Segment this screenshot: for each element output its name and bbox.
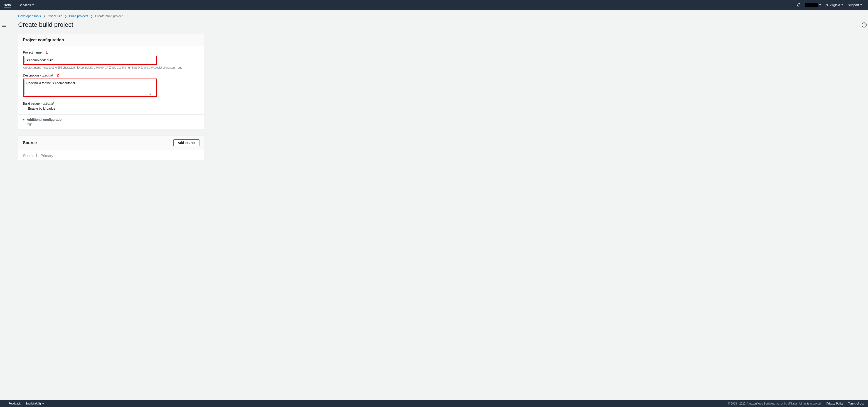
support-menu[interactable]: Support — [845, 3, 864, 7]
panel-header: Source Add source — [19, 136, 204, 150]
panel-title: Source — [23, 140, 37, 145]
source-panel: Source Add source Source 1 - Primary — [18, 135, 204, 160]
notifications-button[interactable] — [795, 3, 803, 7]
main-scroll-area[interactable]: Developer Tools ❯ CodeBuild ❯ Build proj… — [9, 10, 861, 400]
description-textarea[interactable]: CodeBuild for the S3 demo tutorial — [24, 80, 151, 95]
description-label: Description - optional — [23, 73, 53, 77]
chevron-right-icon: ❯ — [91, 14, 93, 18]
chevron-right-icon: ❯ — [65, 14, 67, 18]
caret-down-icon — [32, 4, 34, 5]
build-badge-label: Build badge - optional — [23, 102, 199, 105]
additional-configuration-section: Additional configuration tags — [19, 115, 204, 129]
enable-build-badge-row: Enable build badge — [23, 107, 199, 110]
chevron-right-icon: ❯ — [43, 14, 45, 18]
services-label: Services — [19, 3, 31, 7]
region-label: N. Virginia — [826, 3, 840, 7]
account-name-redacted — [805, 3, 818, 7]
additional-configuration-title: Additional configuration — [27, 118, 64, 121]
hamburger-icon — [2, 24, 6, 24]
additional-configuration-toggle[interactable]: Additional configuration — [23, 118, 199, 121]
project-name-input[interactable] — [24, 57, 147, 63]
annotation-number-2: 2 — [57, 73, 59, 77]
project-name-help: A project name must be 2 to 255 characte… — [23, 66, 199, 69]
page-title: Create build project — [18, 21, 852, 28]
triangle-right-icon — [23, 119, 25, 121]
breadcrumb-link-developer-tools[interactable]: Developer Tools — [18, 14, 41, 18]
enable-build-badge-label: Enable build badge — [28, 107, 55, 110]
region-menu[interactable]: N. Virginia — [823, 3, 845, 7]
add-source-button[interactable]: Add source — [174, 139, 199, 146]
annotation-number-1: 1 — [45, 51, 48, 55]
info-panel-toggle[interactable]: i — [862, 23, 867, 28]
top-nav: aws Services N. Virginia Support — [0, 0, 868, 10]
project-name-label: Project name — [23, 51, 41, 54]
breadcrumb-link-codebuild[interactable]: CodeBuild — [48, 14, 62, 18]
annotation-highlight-1 — [23, 56, 157, 65]
account-menu[interactable] — [803, 3, 823, 7]
annotation-highlight-2: CodeBuild for the S3 demo tutorial — [23, 79, 157, 97]
caret-down-icon — [841, 4, 843, 5]
caret-down-icon — [860, 4, 862, 5]
panel-title: Project configuration — [23, 38, 64, 42]
content-wrap: i Developer Tools ❯ CodeBuild ❯ Build pr… — [0, 10, 868, 400]
aws-logo[interactable]: aws — [4, 2, 11, 7]
additional-configuration-subtitle: tags — [27, 122, 199, 126]
enable-build-badge-checkbox[interactable] — [23, 107, 26, 110]
breadcrumb-link-build-projects[interactable]: Build projects — [69, 14, 88, 18]
breadcrumb-current: Create build project — [95, 14, 123, 18]
aws-logo-text: aws — [4, 2, 11, 7]
source-subheading: Source 1 - Primary — [19, 150, 204, 160]
services-menu[interactable]: Services — [17, 3, 36, 7]
bell-icon — [797, 3, 801, 7]
panel-header: Project configuration — [19, 34, 204, 46]
project-configuration-panel: Project configuration Project name 1 A p… — [18, 34, 204, 129]
breadcrumb: Developer Tools ❯ CodeBuild ❯ Build proj… — [18, 14, 852, 18]
panel-body: Project name 1 A project name must be 2 … — [19, 46, 204, 115]
sidebar-toggle[interactable] — [1, 23, 7, 28]
caret-down-icon — [819, 4, 821, 5]
support-label: Support — [848, 3, 859, 7]
